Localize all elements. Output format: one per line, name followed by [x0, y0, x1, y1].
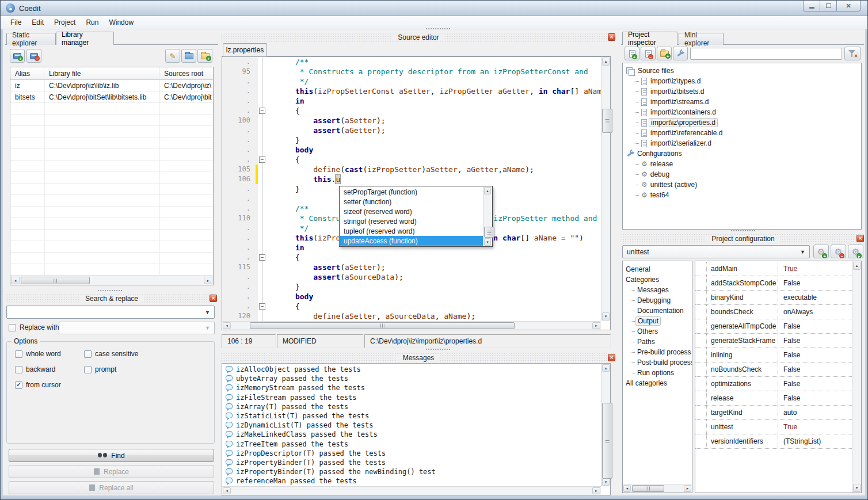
option-whole-word[interactable]: whole word: [15, 350, 84, 358]
column-library-file[interactable]: Library file: [44, 67, 159, 80]
fold-collapse-icon[interactable]: −: [259, 254, 265, 261]
property-row[interactable]: unittestTrue: [695, 420, 852, 434]
message-item[interactable]: izFileStream passed the tests: [223, 393, 600, 402]
editor-hscrollbar[interactable]: ◂ ▸: [222, 321, 601, 330]
property-row[interactable]: targetKindauto: [695, 406, 852, 420]
completion-item[interactable]: tupleof (reserved word): [340, 226, 483, 236]
editor-vscrollbar[interactable]: ▴ ▾: [601, 57, 610, 321]
editor-close-button[interactable]: ✕: [608, 33, 615, 41]
property-row[interactable]: inliningFalse: [695, 348, 852, 362]
property-name[interactable]: versionIdentifiers: [707, 434, 778, 448]
scroll-down-icon[interactable]: ▾: [602, 312, 610, 320]
column-alias[interactable]: Alias: [10, 67, 44, 80]
category-item[interactable]: Debugging: [623, 295, 692, 306]
property-name[interactable]: binaryKind: [707, 291, 778, 304]
message-item[interactable]: izMakeLinkedClass passed the tests: [223, 430, 600, 439]
messages-vscrollbar[interactable]: ▴ ▾: [601, 364, 610, 486]
clone-configuration-button[interactable]: ⚙▸: [848, 245, 863, 258]
option-case-sensitive[interactable]: case sensitive: [84, 350, 214, 358]
message-item[interactable]: ubyteArray passed the tests: [223, 374, 600, 383]
tab-project-inspector[interactable]: Project inspector: [622, 32, 677, 45]
scroll-thumb[interactable]: [484, 227, 494, 238]
category-item[interactable]: Paths: [623, 337, 692, 347]
property-value[interactable]: (TStringList): [778, 434, 852, 448]
filter-button[interactable]: [844, 47, 861, 60]
message-item[interactable]: izDynamicList(T) passed the tests: [223, 421, 600, 430]
category-item[interactable]: Run options: [623, 368, 692, 378]
chevron-down-icon[interactable]: ▼: [205, 325, 210, 331]
scroll-left-icon[interactable]: ◂: [623, 485, 631, 492]
add-library-button[interactable]: +: [10, 49, 25, 63]
remove-configuration-button[interactable]: ⚙−: [831, 245, 846, 258]
property-name[interactable]: addStackStompCode: [707, 276, 778, 290]
menu-file[interactable]: File: [5, 17, 26, 28]
option-backward[interactable]: backward: [15, 365, 84, 373]
replace-with-combo[interactable]: ▼: [59, 322, 215, 334]
option-prompt[interactable]: prompt: [84, 365, 214, 373]
scroll-thumb[interactable]: [21, 277, 90, 284]
add-configuration-button[interactable]: ⚙+: [813, 245, 829, 258]
tree-item-file[interactable]: import\iz\properties.d: [623, 117, 861, 128]
configuration-combo[interactable]: unittest ▼: [622, 245, 810, 258]
property-row[interactable]: binaryKindexecutable: [695, 291, 852, 305]
search-term-combo[interactable]: ▼: [6, 306, 215, 319]
messages-close-button[interactable]: ✕: [608, 354, 615, 361]
config-close-button[interactable]: ✕: [856, 235, 864, 242]
property-value[interactable]: False: [778, 348, 852, 362]
category-item[interactable]: Output: [623, 316, 692, 326]
category-item[interactable]: Pre-build process: [623, 347, 692, 357]
property-row[interactable]: optimizationsFalse: [695, 377, 852, 391]
inspector-filter-input[interactable]: [690, 48, 842, 60]
scroll-thumb[interactable]: [602, 403, 612, 479]
property-value[interactable]: False: [778, 276, 852, 290]
library-row[interactable]: izC:\Dev\dproj\iz\lib\iz.libC:\Dev\dproj…: [10, 80, 213, 91]
tab-static-explorer[interactable]: Static explorer: [6, 33, 56, 45]
scroll-up-icon[interactable]: ▴: [484, 187, 491, 194]
scroll-thumb[interactable]: [632, 485, 664, 492]
menu-project[interactable]: Project: [49, 17, 81, 28]
property-row[interactable]: generateAllTmpCodeFalse: [695, 319, 852, 334]
scroll-down-icon[interactable]: ▾: [484, 238, 491, 246]
find-button[interactable]: Find: [9, 449, 214, 462]
search-panel-grip[interactable]: [97, 289, 123, 292]
property-name[interactable]: generateAllTmpCode: [707, 319, 778, 333]
category-item[interactable]: Documentation: [623, 306, 692, 316]
property-name[interactable]: inlining: [707, 348, 778, 362]
completion-item[interactable]: updateAccess (function): [340, 236, 483, 246]
tree-item-file[interactable]: import\iz\streams.d: [623, 97, 861, 107]
fold-collapse-icon[interactable]: −: [259, 108, 265, 114]
tab-iz-properties[interactable]: iz.properties: [223, 43, 267, 56]
menu-edit[interactable]: Edit: [26, 17, 49, 28]
fold-collapse-icon[interactable]: −: [259, 303, 265, 310]
category-item[interactable]: Post-build process: [623, 357, 692, 368]
category-item[interactable]: Messages: [623, 285, 692, 295]
search-close-button[interactable]: ✕: [210, 295, 217, 302]
property-row[interactable]: releaseFalse: [695, 391, 852, 406]
library-row[interactable]: bitsetsC:\Dev\dproj\bitSet\lib\bitsets.l…: [10, 91, 213, 103]
project-tools-button[interactable]: [673, 47, 688, 60]
scroll-down-icon[interactable]: ▾: [853, 484, 861, 492]
library-sources-button[interactable]: [181, 49, 196, 63]
tab-library-manager[interactable]: Library manager: [56, 32, 114, 45]
replace-with-checkbox[interactable]: Replace with: [9, 323, 59, 331]
edit-library-button[interactable]: ✎: [165, 49, 180, 63]
tree-item-configuration[interactable]: ⚙release: [623, 159, 861, 169]
category-item[interactable]: Categories: [623, 274, 692, 285]
scroll-thumb[interactable]: [250, 322, 515, 329]
library-hscrollbar[interactable]: ◂ ▸: [10, 276, 213, 285]
config-panel-grip[interactable]: [730, 230, 756, 232]
tab-mini-explorer[interactable]: Mini explorer: [679, 33, 724, 45]
property-value[interactable]: False: [778, 334, 852, 348]
add-library-folder-button[interactable]: +: [197, 49, 212, 63]
property-row[interactable]: addMainTrue: [695, 262, 852, 276]
option-from-cursor[interactable]: from cursor: [15, 381, 84, 389]
close-button[interactable]: ✕: [836, 1, 861, 12]
chevron-down-icon[interactable]: ▼: [205, 310, 210, 315]
message-item[interactable]: izArray(T) passed the tests: [223, 402, 600, 411]
property-value[interactable]: False: [778, 391, 852, 405]
property-row[interactable]: generateStackFrameFalse: [695, 334, 852, 348]
property-name[interactable]: release: [707, 391, 778, 405]
messages-panel-grip[interactable]: [425, 348, 451, 351]
editor-panel-grip[interactable]: [425, 28, 451, 30]
menu-run[interactable]: Run: [81, 17, 104, 28]
